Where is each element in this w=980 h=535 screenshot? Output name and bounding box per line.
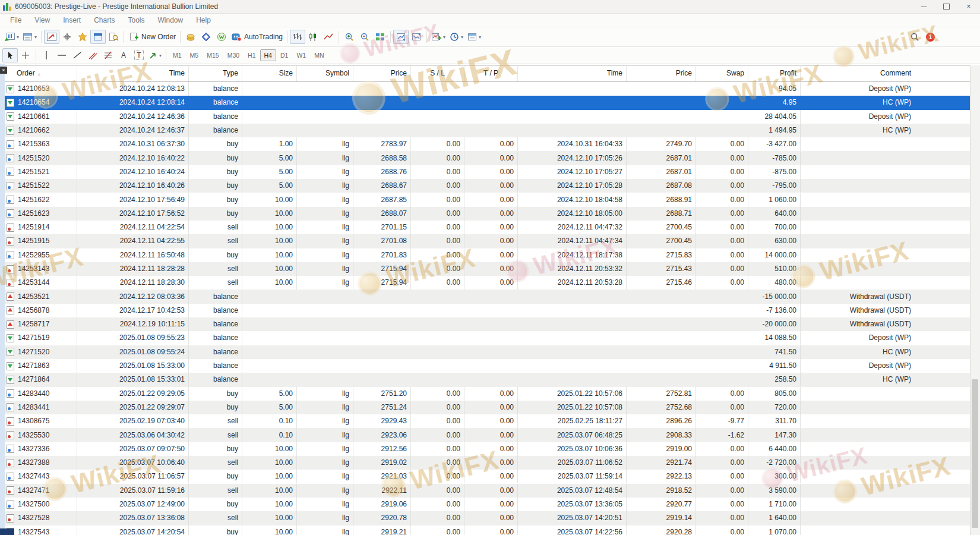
menu-item-charts[interactable]: Charts xyxy=(87,15,121,26)
market-watch-button[interactable] xyxy=(90,30,106,44)
fibonacci-tool-button[interactable] xyxy=(100,48,116,62)
table-row[interactable]: 143273882025.03.07 10:06:40sell10.00llg2… xyxy=(5,456,970,470)
periods-button[interactable] xyxy=(447,30,465,44)
timeframe-m5[interactable]: M5 xyxy=(186,49,203,61)
timeframe-m15[interactable]: M15 xyxy=(203,49,223,61)
table-row[interactable]: 142715192025.01.08 09:55:23balance14 088… xyxy=(5,331,970,345)
chart-shift-button[interactable] xyxy=(44,30,59,44)
menu-item-window[interactable]: Window xyxy=(151,15,190,26)
zoom-in-button[interactable] xyxy=(342,30,357,44)
column-header-open_time[interactable]: Time xyxy=(77,66,189,81)
notification-badge[interactable]: 1 xyxy=(926,33,935,42)
metaeditor-button[interactable] xyxy=(198,30,214,44)
table-row[interactable]: 142834412025.01.22 09:29:07buy5.00llg275… xyxy=(5,401,970,414)
timeframe-mn[interactable]: MN xyxy=(310,49,328,61)
menu-item-insert[interactable]: Insert xyxy=(56,15,87,26)
close-button[interactable]: × xyxy=(957,0,980,13)
table-row[interactable]: 143273362025.03.07 09:07:50buy10.00llg29… xyxy=(5,442,970,456)
scripts-button[interactable] xyxy=(214,30,229,44)
bar-chart-button[interactable] xyxy=(290,30,305,44)
timeframe-h4[interactable]: H4 xyxy=(260,49,276,61)
zoom-out-button[interactable] xyxy=(357,30,372,44)
text-label-tool-button[interactable]: T xyxy=(131,48,147,62)
column-header-order[interactable]: Order▵ xyxy=(5,66,77,81)
arrange-descending-button[interactable] xyxy=(409,30,424,44)
table-row[interactable]: 142568782024.12.17 10:42:53balance-7 136… xyxy=(5,304,970,317)
menu-item-tools[interactable]: Tools xyxy=(122,15,151,26)
column-header-swap[interactable]: Swap xyxy=(696,66,748,81)
coins-button[interactable] xyxy=(183,30,198,44)
table-row[interactable]: 142587172024.12.19 10:11:15balance-20 00… xyxy=(5,317,970,331)
new-order-button[interactable]: New Order xyxy=(127,30,178,44)
column-header-type[interactable]: Type xyxy=(189,66,242,81)
column-header-close_time[interactable]: Time xyxy=(518,66,627,81)
tile-windows-button[interactable] xyxy=(372,30,388,44)
table-row[interactable]: 142531432024.12.11 18:28:28sell10.00llg2… xyxy=(5,262,970,276)
table-row[interactable]: 142519142024.12.11 04:22:54sell10.00llg2… xyxy=(5,221,970,234)
table-row[interactable]: 143086752025.02.19 07:03:40sell0.10llg29… xyxy=(5,414,970,428)
vertical-line-tool-button[interactable] xyxy=(39,48,54,62)
table-row[interactable]: 143275432025.03.07 14:20:54buy10.00llg29… xyxy=(5,525,970,535)
timeframe-m1[interactable]: M1 xyxy=(169,49,186,61)
horizontal-line-tool-button[interactable] xyxy=(54,48,69,62)
new-chart-button[interactable] xyxy=(2,30,21,44)
table-row[interactable]: 142106622024.10.24 12:46:37balance1 494.… xyxy=(5,124,970,137)
timeframe-m30[interactable]: M30 xyxy=(223,49,244,61)
table-row[interactable]: 142515222024.12.10 16:40:26buy5.00llg268… xyxy=(5,179,970,193)
scrollbar-thumb[interactable] xyxy=(972,379,978,528)
column-header-symbol[interactable]: Symbol xyxy=(297,66,353,81)
arrows-tool-button[interactable] xyxy=(147,48,163,62)
table-row[interactable]: 143275282025.03.07 13:36:08sell10.00llg2… xyxy=(5,511,970,525)
navigator-button[interactable] xyxy=(75,30,90,44)
table-row[interactable]: 142531442024.12.11 18:28:30sell10.00llg2… xyxy=(5,276,970,289)
trendline-tool-button[interactable] xyxy=(69,48,85,62)
column-header-tp[interactable]: T / P xyxy=(464,66,518,81)
table-row[interactable]: 142834402025.01.22 09:29:05buy5.00llg275… xyxy=(5,387,970,401)
channel-tool-button[interactable] xyxy=(85,48,100,62)
cursor-tool-button[interactable] xyxy=(2,48,18,62)
text-tool-button[interactable]: A xyxy=(116,48,131,62)
table-row[interactable]: 142535212024.12.12 08:03:36balance-15 00… xyxy=(5,289,970,303)
table-row[interactable]: 142715202025.01.08 09:55:24balance741.50… xyxy=(5,345,970,359)
strategy-tester-button[interactable] xyxy=(106,30,121,44)
column-header-close_price[interactable]: Price xyxy=(627,66,696,81)
table-row[interactable]: 142106542024.10.24 12:08:14balance4.95HC… xyxy=(5,96,970,109)
table-row[interactable]: 143274432025.03.07 11:06:57buy10.00llg29… xyxy=(5,470,970,483)
line-chart-button[interactable] xyxy=(321,30,336,44)
autoscroll-button[interactable] xyxy=(59,30,75,44)
table-row[interactable]: 143274712025.03.07 11:59:16sell10.00llg2… xyxy=(5,484,970,498)
column-header-size[interactable]: Size xyxy=(242,66,297,81)
minimize-button[interactable] xyxy=(912,0,935,13)
timeframe-h1[interactable]: H1 xyxy=(244,49,260,61)
vertical-scrollbar[interactable] xyxy=(970,65,980,535)
table-row[interactable]: 143275002025.03.07 12:49:00buy10.00llg29… xyxy=(5,498,970,511)
table-row[interactable]: 142718632025.01.08 15:33:00balance4 911.… xyxy=(5,359,970,373)
table-row[interactable]: 142106612024.10.24 12:46:36balance28 404… xyxy=(5,110,970,124)
column-header-profit[interactable]: Profit xyxy=(748,66,801,81)
table-row[interactable]: 142516232024.12.10 17:56:52buy10.00llg26… xyxy=(5,207,970,221)
timeframe-d1[interactable]: D1 xyxy=(276,49,292,61)
search-button[interactable] xyxy=(907,30,922,44)
column-header-price[interactable]: Price xyxy=(353,66,411,81)
table-row[interactable]: 142516222024.12.10 17:56:49buy10.00llg26… xyxy=(5,193,970,206)
menu-item-view[interactable]: View xyxy=(28,15,56,26)
table-row[interactable]: 142515212024.12.10 16:40:24buy5.00llg268… xyxy=(5,165,970,179)
column-header-sl[interactable]: S / L xyxy=(411,66,464,81)
column-header-comment[interactable]: Comment xyxy=(801,66,970,81)
table-row[interactable]: 142515202024.12.10 16:40:22buy5.00llg268… xyxy=(5,151,970,165)
table-row[interactable]: 142153632024.10.31 06:37:30buy1.00llg278… xyxy=(5,137,970,151)
candlestick-chart-button[interactable] xyxy=(305,30,321,44)
table-row[interactable]: 143255302025.03.06 04:30:42sell0.10llg29… xyxy=(5,428,970,442)
menu-item-help[interactable]: Help xyxy=(189,15,217,26)
crosshair-tool-button[interactable] xyxy=(18,48,33,62)
timeframe-w1[interactable]: W1 xyxy=(292,49,310,61)
menu-item-file[interactable]: File xyxy=(4,15,28,26)
table-row[interactable]: 142718642025.01.08 15:33:01balance258.50… xyxy=(5,373,970,386)
table-row[interactable]: 142519152024.12.11 04:22:55sell10.00llg2… xyxy=(5,234,970,248)
maximize-button[interactable] xyxy=(935,0,957,13)
arrange-ascending-button[interactable] xyxy=(393,30,409,44)
autotrading-button[interactable]: AutoTrading xyxy=(229,30,284,44)
profiles-button[interactable] xyxy=(21,30,39,44)
table-row[interactable]: 142106532024.10.24 12:08:13balance94.05D… xyxy=(5,82,970,96)
indicators-button[interactable] xyxy=(429,30,447,44)
